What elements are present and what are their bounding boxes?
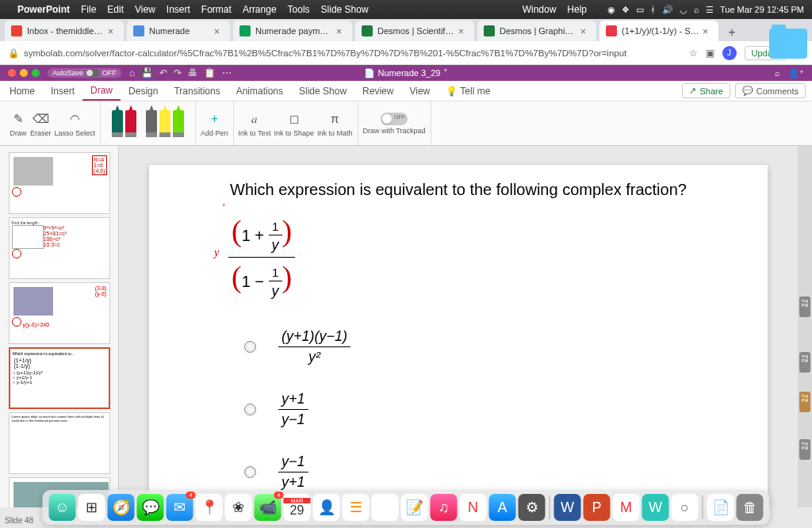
slide-thumb[interactable]: (3-8)(y-8) y(y-8)=240 <box>9 282 110 344</box>
control-center-icon[interactable]: ☰ <box>706 5 714 15</box>
menu-window[interactable]: Window <box>523 4 557 15</box>
finder-icon[interactable]: ☺ <box>49 494 76 521</box>
slide-canvas[interactable]: Which expression is equivalent to the fo… <box>119 146 798 507</box>
photos-icon[interactable]: ❀ <box>225 494 252 521</box>
autosave-toggle[interactable]: AutoSaveOFF <box>48 68 121 78</box>
contacts-icon[interactable]: 👤 <box>313 494 340 521</box>
mail-icon[interactable]: ✉4 <box>167 494 193 521</box>
minimize-window-button[interactable] <box>20 69 28 77</box>
save-icon[interactable]: 💾 <box>141 67 153 78</box>
launchpad-icon[interactable]: ⊞ <box>79 494 105 521</box>
document-title[interactable]: 📄 Numerade 3_29 ˅ <box>364 68 447 78</box>
app-name[interactable]: PowerPoint <box>17 4 70 15</box>
display-icon[interactable]: ▭ <box>636 5 644 15</box>
close-icon[interactable]: × <box>703 26 712 36</box>
pen-teal[interactable] <box>112 110 123 137</box>
share-mini-icon[interactable]: 👤⁺ <box>788 68 804 78</box>
tab-desmos-sci[interactable]: Desmos | Scientific Calcu× <box>355 21 474 41</box>
option-b[interactable]: y+1y−1 <box>244 389 736 430</box>
extension-icon[interactable]: ▣ <box>706 48 714 59</box>
tab-design[interactable]: Design <box>121 82 166 100</box>
calendar-icon[interactable]: MAR29 <box>284 494 311 521</box>
option-a[interactable]: (y+1)(y−1)y² <box>244 327 736 367</box>
tab-view[interactable]: View <box>401 82 438 100</box>
more-icon[interactable]: ⋯ <box>222 67 232 78</box>
notification[interactable]: ing PM <box>799 392 810 412</box>
tab-inbox[interactable]: Inbox - themiddleschool× <box>5 21 124 41</box>
messages-icon[interactable]: 💬 <box>137 494 164 521</box>
close-icon[interactable]: × <box>214 26 224 36</box>
close-window-button[interactable] <box>8 69 16 77</box>
close-icon[interactable]: × <box>336 26 346 36</box>
tab-transitions[interactable]: Transitions <box>166 82 228 100</box>
safari-icon[interactable]: 🧭 <box>108 494 135 521</box>
share-button[interactable]: ↗ Share <box>682 83 730 98</box>
tab-review[interactable]: Review <box>354 82 401 100</box>
desktop-folder[interactable] <box>769 29 807 59</box>
comments-button[interactable]: 💬 Comments <box>735 83 806 98</box>
star-icon[interactable]: ☆ <box>689 48 698 59</box>
tab-slideshow[interactable]: Slide Show <box>291 82 354 100</box>
search-icon[interactable]: ⌕ <box>694 5 699 14</box>
pen-green[interactable] <box>173 110 184 137</box>
appstore-icon[interactable]: A <box>489 494 516 521</box>
close-icon[interactable]: × <box>458 26 468 36</box>
eraser-tool[interactable]: ⌫Eraser <box>30 110 52 137</box>
radio-button[interactable] <box>244 341 256 353</box>
clipboard-icon[interactable]: 📋 <box>204 67 216 78</box>
record-icon[interactable]: ◉ <box>607 5 615 15</box>
menu-format[interactable]: Format <box>201 4 232 15</box>
app-icon[interactable]: ○ <box>672 494 699 521</box>
slide-thumb[interactable]: R=41=6(4,6) <box>9 152 110 214</box>
settings-icon[interactable]: ⚙ <box>519 494 546 521</box>
gmail-app-icon[interactable]: M <box>613 494 640 521</box>
datetime[interactable]: Tue Mar 29 12:45 PM <box>720 5 804 14</box>
tab-numerade[interactable]: Numerade× <box>127 21 230 41</box>
maximize-window-button[interactable] <box>32 69 40 77</box>
tab-animations[interactable]: Animations <box>228 82 291 100</box>
menu-file[interactable]: File <box>81 4 96 15</box>
menu-slideshow[interactable]: Slide Show <box>321 4 369 15</box>
undo-icon[interactable]: ↶ <box>159 67 167 78</box>
menu-arrange[interactable]: Arrange <box>243 4 277 15</box>
wifi-icon[interactable]: ◡ <box>680 5 688 15</box>
dropbox-icon[interactable]: ❖ <box>622 5 630 15</box>
tell-me[interactable]: 💡 Tell me <box>438 82 498 100</box>
tab-home[interactable]: Home <box>2 82 43 100</box>
radio-button[interactable] <box>244 404 256 415</box>
draw-trackpad[interactable]: Draw with Trackpad <box>363 113 426 135</box>
trash-icon[interactable]: 🗑 <box>737 494 764 521</box>
app-icon[interactable]: W <box>642 494 669 521</box>
volume-icon[interactable]: 🔊 <box>662 5 673 15</box>
tab-sheets[interactable]: Numerade payments - Go× <box>233 21 352 41</box>
print-icon[interactable]: 🖶 <box>188 67 197 78</box>
tab-draw[interactable]: Draw <box>82 82 121 101</box>
tab-insert[interactable]: Insert <box>43 82 82 100</box>
pen-red[interactable] <box>125 110 136 137</box>
new-tab-button[interactable]: + <box>722 24 742 41</box>
lock-icon[interactable]: 🔒 <box>8 48 19 59</box>
url-text[interactable]: symbolab.com/solver/factor-calculator/%5… <box>24 48 689 58</box>
lasso-tool[interactable]: ◠Lasso Select <box>55 110 96 137</box>
menu-tools[interactable]: Tools <box>288 4 310 15</box>
reminders-icon[interactable]: ☰ <box>343 494 370 521</box>
pen-yellow[interactable] <box>159 110 170 137</box>
slide-thumbnail-panel[interactable]: R=41=6(4,6) Find the length...9²+9²=c²25… <box>0 146 119 507</box>
menu-help[interactable]: Help <box>567 4 587 15</box>
ink-to-math[interactable]: πInk to Math <box>317 110 353 137</box>
status-icons[interactable]: ◉ ❖ ▭ ᚼ 🔊 ◡ ⌕ ☰ Tue Mar 29 12:45 PM <box>607 5 804 15</box>
redo-icon[interactable]: ↷ <box>174 67 182 78</box>
slide-thumb-current[interactable]: Which expression is equivalent to...(1+1… <box>9 347 110 409</box>
pen-gray[interactable] <box>146 110 157 137</box>
powerpoint-icon[interactable]: P <box>584 494 611 521</box>
notification[interactable]: ing PM <box>799 352 810 373</box>
tab-symbolab[interactable]: (1+1/y)/(1-1/y) - Symbolab× <box>599 21 718 41</box>
tab-desmos-graph[interactable]: Desmos | Graphing Calcu× <box>477 21 596 41</box>
ink-to-text[interactable]: 𝑎Ink to Text <box>239 110 271 137</box>
facetime-icon[interactable]: 📹4 <box>255 494 282 521</box>
add-pen-button[interactable]: ＋Add Pen <box>201 110 228 137</box>
notification[interactable]: ing PM <box>799 439 810 460</box>
search-icon[interactable]: ⌕ <box>775 68 780 78</box>
doc-icon[interactable]: 📄 <box>707 494 734 521</box>
menu-view[interactable]: View <box>135 4 155 15</box>
